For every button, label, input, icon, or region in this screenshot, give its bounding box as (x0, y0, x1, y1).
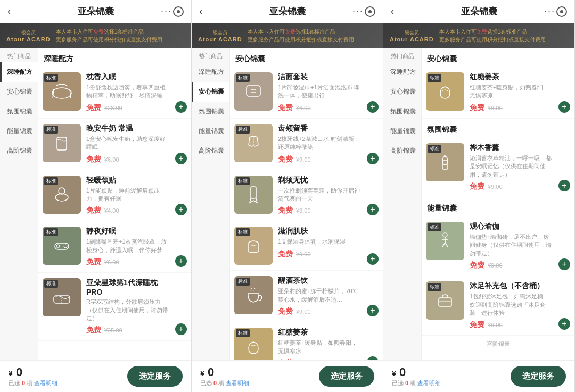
footer-price-2: ¥ 0 (200, 365, 319, 379)
price-row-2-2: 免费 ¥3.00 (278, 206, 363, 215)
footer-price-section-1: ¥ 0 已选 0 项 查看明细 (9, 365, 127, 387)
price-free-2-0: 免费 (278, 103, 293, 113)
header-dots-1[interactable]: ··· (161, 6, 172, 17)
svg-rect-20 (439, 298, 451, 306)
price-original-1-4: ¥35.00 (104, 327, 122, 333)
sidebar-item-1-3[interactable]: 能量锦囊 (0, 121, 38, 141)
sidebar-item-1-4[interactable]: 高阶锦囊 (0, 141, 38, 161)
add-button-1-1[interactable]: + (175, 153, 187, 164)
price-row-3-1: 免费 ¥9.00 (470, 182, 554, 191)
thumb-icon-ginger2 (432, 78, 458, 105)
sidebar-section-title-2: 热门商品 (192, 48, 229, 62)
add-button-3-2[interactable]: + (558, 258, 570, 270)
product-item-2-1: 标准 齿颊留香 2枚牙线+2条漱口水 时刻清新，还原纯粹微笑 免费 ¥9.00 … (230, 119, 383, 170)
view-detail-link-2[interactable]: 查看明细 (226, 380, 249, 386)
product-info-2-3: 滋润肌肤 1支保湿身体乳，水润保湿 免费 ¥9.00 (278, 227, 377, 258)
product-desc-1-0: 1份舒缓枕边喷雾，奢享四重植物精萃，助眠舒纾，尽情深睡 (86, 84, 171, 100)
price-free-1-3: 免费 (86, 257, 101, 267)
product-info-3-1: 桦木香薰 沁润蓄衣草精油，一呼一吸，都是安眠记忆（仅供在住期间使用，请勿带走） … (470, 143, 569, 191)
back-button-1[interactable]: ‹ (7, 6, 11, 17)
back-button-2[interactable]: ‹ (199, 6, 202, 17)
sidebar-item-3-0[interactable]: 深睡配方 (383, 62, 421, 82)
add-button-2-0[interactable]: + (367, 101, 379, 113)
sidebar-item-1-2[interactable]: 氛围锦囊 (0, 102, 38, 121)
add-button-1-3[interactable]: + (175, 255, 187, 267)
svg-rect-16 (251, 187, 256, 198)
price-row-2-0: 免费 ¥6.00 (278, 103, 363, 113)
add-button-3-1[interactable]: + (558, 180, 570, 191)
thumb-icon-tea (240, 282, 267, 308)
product-thumb-2-0: 标准 (234, 72, 273, 111)
add-button-2-1[interactable]: + (367, 153, 379, 164)
select-service-button-3[interactable]: 选定服务 (511, 366, 566, 387)
sidebar-item-1-0[interactable]: 深睡配方 (0, 62, 38, 82)
header-circle-2[interactable] (365, 6, 375, 17)
add-button-2-3[interactable]: + (367, 253, 379, 265)
section-title-2: 安心锦囊 (230, 48, 383, 67)
view-detail-link-1[interactable]: 查看明细 (34, 380, 58, 386)
product-item-2-5: 标准 红糖姜茶 红糖姜茶+暖身贴，如煦春阳，无惧寒凉 免费 ¥9.00 + (230, 322, 383, 360)
add-button-2-4[interactable]: + (367, 305, 379, 316)
std-badge-1-4: 标准 (44, 280, 58, 288)
member-badge-1: 银会员 (21, 29, 36, 36)
product-thumb-1-0: 标准 (43, 72, 81, 111)
select-service-button-1[interactable]: 选定服务 (127, 366, 183, 387)
price-free-1-2: 免费 (86, 206, 101, 215)
sidebar-item-2-1[interactable]: 安心锦囊 (192, 82, 229, 102)
member-left-1: 银会员 Atour ACARD (6, 29, 51, 43)
product-name-2-1: 齿颊留香 (278, 124, 363, 134)
member-acard-1: Atour ACARD (6, 36, 51, 43)
sidebar-item-3-1[interactable]: 安心锦囊 (383, 82, 421, 102)
product-info-3-3: 沐足补充包（不含桶） 1包舒缓沐足包，如需沐足桶，欢迎到高阶锦囊选购「沐足套装」… (470, 281, 569, 330)
header-title-3: 亚朵锦囊 (461, 5, 497, 18)
product-list-1: 深睡配方 标准 枕香入眠 1份舒缓枕边喷雾，奢享四重植物精萃，助眠舒纾，尽情深睡 (38, 48, 191, 360)
sidebar-item-3-2[interactable]: 氛围锦囊 (383, 102, 421, 121)
product-item-1-0: 标准 枕香入眠 1份舒缓枕边喷雾，奢享四重植物精萃，助眠舒纾，尽情深睡 免费 ¥… (38, 67, 191, 119)
product-info-2-2: 剃须无忧 一次性剃须套套装，助你开启神清气爽的一天 免费 ¥3.00 (278, 176, 377, 216)
panel-2: ‹ 亚朵锦囊 ··· 银会员 Atour ACARD 本人本卡入住可免费选择1套… (192, 0, 383, 392)
sidebar-item-2-0[interactable]: 深睡配方 (192, 62, 229, 82)
back-button-3[interactable]: ‹ (391, 6, 394, 17)
sidebar-item-3-4[interactable]: 高阶锦囊 (383, 141, 421, 161)
product-info-1-0: 枕香入眠 1份舒缓枕边喷雾，奢享四重植物精萃，助眠舒纾，尽情深睡 免费 ¥28.… (86, 72, 186, 113)
header-circle-1[interactable] (173, 6, 184, 17)
category-more-3: 宫阶锦囊 (422, 336, 574, 352)
add-button-3-0[interactable]: + (558, 101, 570, 113)
price-original-1-1: ¥6.00 (104, 156, 119, 163)
thumb-icon-ginger (240, 333, 267, 360)
sidebar-item-2-4[interactable]: 高阶锦囊 (192, 141, 229, 161)
price-original-1-2: ¥4.00 (104, 207, 119, 214)
view-detail-link-3[interactable]: 查看明细 (417, 380, 441, 386)
sidebar-item-1-1[interactable]: 安心锦囊 (0, 82, 38, 102)
product-info-1-1: 晚安牛奶 常温 1盒安心晚安牛奶，助您深度好睡眠 免费 ¥6.00 (86, 124, 186, 164)
price-free-2-4: 免费 (278, 307, 293, 316)
header-dots-2[interactable]: ··· (352, 6, 364, 17)
sidebar-item-2-3[interactable]: 能量锦囊 (192, 121, 229, 141)
std-badge-2-4: 标准 (236, 278, 250, 286)
header-circle-3[interactable] (556, 6, 567, 17)
select-service-button-2[interactable]: 选定服务 (319, 366, 374, 387)
member-badge-3: 银会员 (405, 29, 419, 36)
thumb-icon-pillow (48, 78, 75, 105)
header-dots-3[interactable]: ··· (544, 6, 555, 17)
svg-point-9 (64, 245, 67, 248)
sidebar-item-3-3[interactable]: 能量锦囊 (383, 121, 421, 141)
footer-price-section-2: ¥ 0 已选 0 项 查看明细 (200, 365, 319, 387)
price-free-1-1: 免费 (86, 155, 101, 164)
product-item-2-4: 标准 醒酒茶饮 亚朵村的蜜+冻干柠檬片，70℃暖心水，缓解酒后不适… 免费 ¥9… (230, 271, 383, 322)
price-free-1-0: 免费 (86, 103, 101, 113)
thumb-icon-face (240, 78, 267, 105)
content-area-1: 热门商品 深睡配方 安心锦囊 氛围锦囊 能量锦囊 高阶锦囊 深睡配方 标准 (0, 48, 191, 360)
product-thumb-3-1: 标准 (426, 143, 464, 181)
thumb-icon-pillow2 (48, 284, 75, 311)
product-thumb-2-5: 标准 (234, 328, 273, 360)
std-badge-1-1: 标准 (44, 126, 58, 134)
sidebar-item-2-2[interactable]: 氛围锦囊 (192, 102, 229, 121)
product-thumb-3-2: 标准 (426, 222, 464, 260)
price-row-3-0: 免费 ¥9.00 (470, 103, 554, 113)
price-original-2-2: ¥3.00 (296, 207, 311, 214)
svg-point-0 (52, 88, 71, 98)
price-free-3-0: 免费 (470, 103, 484, 113)
section-title-1: 深睡配方 (38, 48, 191, 67)
add-button-1-0[interactable]: + (175, 101, 187, 113)
